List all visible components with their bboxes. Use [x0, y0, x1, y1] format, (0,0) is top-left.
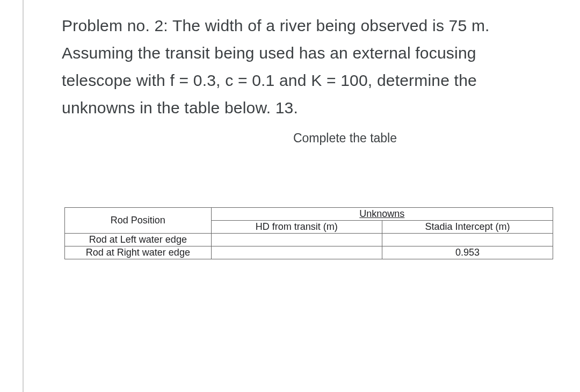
cell-stadia-left [382, 234, 553, 246]
cell-position-left: Rod at Left water edge [65, 234, 212, 246]
header-hd: HD from transit (m) [211, 221, 382, 234]
unknowns-table: Rod Position Unknowns HD from transit (m… [64, 207, 553, 259]
table-instruction: Complete the table [142, 131, 548, 146]
cell-hd-left [211, 234, 382, 246]
table-row: Rod at Right water edge 0.953 [65, 246, 553, 259]
table-header-row-1: Rod Position Unknowns [65, 208, 553, 221]
cell-stadia-right: 0.953 [382, 246, 553, 259]
table-row: Rod at Left water edge [65, 234, 553, 246]
header-rod-position: Rod Position [65, 208, 212, 234]
page-content: Problem no. 2: The width of a river bein… [0, 0, 580, 259]
table-container: Rod Position Unknowns HD from transit (m… [64, 207, 553, 259]
header-unknowns: Unknowns [211, 208, 553, 221]
header-stadia: Stadia Intercept (m) [382, 221, 553, 234]
cell-hd-right [211, 246, 382, 259]
page-left-margin [23, 0, 24, 392]
cell-position-right: Rod at Right water edge [65, 246, 212, 259]
problem-statement: Problem no. 2: The width of a river bein… [62, 12, 548, 121]
